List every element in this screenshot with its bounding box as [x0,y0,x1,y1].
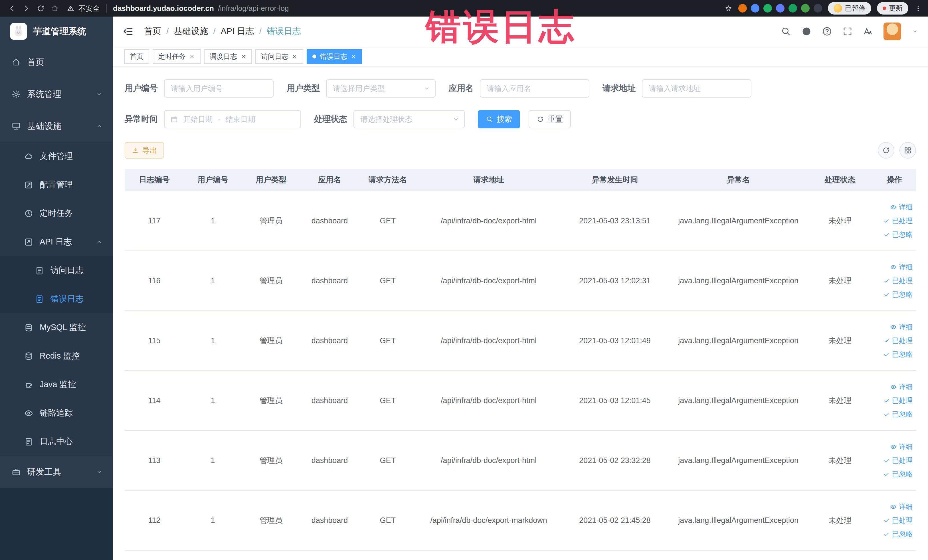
security-warning-icon[interactable] [67,5,75,12]
home-icon [11,58,21,67]
date-range-separator: - [218,115,221,124]
cell-user_id: 1 [184,371,242,430]
cell-actions: 详细已处理已忽略 [872,431,916,490]
sidebar-item-api-log[interactable]: API 日志 [0,227,113,256]
tab-首页[interactable]: 首页 [124,49,149,64]
avatar[interactable] [884,23,901,40]
extension-paw-icon[interactable] [814,4,822,12]
cell-method: GET [359,191,417,250]
monitor-icon [11,122,21,131]
timer-icon [24,209,34,218]
action-detail-link[interactable]: 详细 [890,322,913,331]
action-processed-link[interactable]: 已处理 [883,516,913,525]
search-button[interactable]: 搜索 [478,110,520,128]
close-tab-icon[interactable] [292,53,298,60]
process-status-select[interactable]: 请选择处理状态 [353,110,465,128]
sidebar-item-config[interactable]: 配置管理 [0,171,113,199]
bookmark-icon[interactable] [724,4,733,12]
breadcrumb-item[interactable]: API 日志 [221,25,254,37]
action-processed-link[interactable]: 已处理 [883,456,913,465]
sidebar-item-log-center[interactable]: 日志中心 [0,427,113,456]
action-ignored-link[interactable]: 已忽略 [883,230,913,239]
extension-grid-icon[interactable] [776,4,785,12]
filter-label: 用户编号 [125,83,158,94]
user-type-select[interactable]: 请选择用户类型 [326,79,436,98]
action-ignored-link[interactable]: 已忽略 [883,529,913,539]
chevron-down-icon[interactable] [911,28,918,35]
extension-green-icon[interactable] [763,4,772,12]
sidebar-item-mysql[interactable]: MySQL 监控 [0,313,113,342]
column-settings-button[interactable] [899,142,916,159]
tab-label: 定时任务 [158,52,186,61]
cell-url: /api/infra/db-doc/export-html [417,371,561,430]
action-ignored-link[interactable]: 已忽略 [883,350,913,359]
action-detail-link[interactable]: 详细 [890,262,913,272]
sidebar-item-trace[interactable]: 链路追踪 [0,399,113,427]
action-processed-link[interactable]: 已处理 [883,276,913,285]
sidebar-item-access-log[interactable]: 访问日志 [0,256,113,285]
date-range-picker[interactable]: 开始日期 - 结束日期 [164,110,301,128]
close-tab-icon[interactable] [241,53,246,60]
sidebar-item-java[interactable]: Java 监控 [0,370,113,399]
action-detail-link[interactable]: 详细 [890,502,913,511]
extension-blue-drop-icon[interactable] [751,4,759,12]
action-processed-link[interactable]: 已处理 [883,216,913,225]
sidebar-item-infra[interactable]: 基础设施 [0,110,113,142]
cell-log_id: 117 [125,191,184,250]
export-button[interactable]: 导出 [125,142,164,159]
cell-log_id: 115 [125,311,184,370]
browser-reload-icon[interactable] [34,2,47,15]
sidebar-item-system[interactable]: 系统管理 [0,78,113,110]
action-ignored-link[interactable]: 已忽略 [883,470,913,479]
action-processed-link[interactable]: 已处理 [883,336,913,345]
action-processed-link[interactable]: 已处理 [883,396,913,405]
font-size-icon[interactable] [863,26,873,37]
sidebar-item-redis[interactable]: Redis 监控 [0,342,113,370]
request-url-input[interactable] [642,79,751,98]
tab-定时任务[interactable]: 定时任务 [153,49,200,64]
sidebar-item-dev-tools[interactable]: 研发工具 [0,456,113,488]
breadcrumb-item[interactable]: 首页 [144,25,161,37]
browser-menu-icon[interactable] [914,4,922,12]
cell-status: 未处理 [807,431,872,490]
tab-错误日志[interactable]: 错误日志 [307,49,362,64]
action-ignored-link[interactable]: 已忽略 [883,410,913,419]
app-name-input[interactable] [480,79,589,98]
action-ignored-link[interactable]: 已忽略 [883,290,913,299]
download-icon [131,146,139,154]
tab-访问日志[interactable]: 访问日志 [255,49,303,64]
sidebar-item-home[interactable]: 首页 [0,46,113,78]
extension-orange-icon[interactable] [738,4,747,12]
action-detail-link[interactable]: 详细 [890,203,913,212]
cell-status: 未处理 [807,311,872,370]
help-icon[interactable] [822,26,832,37]
user-id-input[interactable] [164,79,273,98]
page-body: 用户编号 用户类型 请选择用户类型 应用名 [113,67,928,560]
refresh-table-button[interactable] [878,142,894,159]
close-tab-icon[interactable] [189,53,195,60]
tab-调度日志[interactable]: 调度日志 [204,49,252,64]
search-icon[interactable] [781,26,791,37]
extension-leaf-icon[interactable] [801,4,810,12]
sidebar-item-error-log[interactable]: 错误日志 [0,285,113,313]
browser-forward-icon[interactable] [20,2,32,15]
fullscreen-icon[interactable] [843,26,853,37]
github-icon[interactable] [801,26,812,37]
extension-on-badge-icon[interactable] [789,4,797,12]
update-button[interactable]: 更新 [877,2,908,15]
sidebar-toggle-icon[interactable] [122,26,134,37]
browser-back-icon[interactable] [6,2,18,15]
browser-home-icon[interactable] [49,2,61,15]
address-bar[interactable]: 不安全 dashboard.yudao.iocoder.cn/infra/log… [67,4,723,13]
browser-toolbar: 已暂停 更新 [724,2,922,15]
paused-badge[interactable]: 已暂停 [828,2,871,15]
action-detail-link[interactable]: 详细 [890,382,913,391]
app-logo[interactable]: 芋道管理系统 [0,17,113,46]
reset-button[interactable]: 重置 [529,110,571,128]
sidebar-item-file[interactable]: 文件管理 [0,142,113,171]
close-tab-icon[interactable] [351,53,356,60]
action-detail-link[interactable]: 详细 [890,442,913,451]
sidebar-item-job[interactable]: 定时任务 [0,199,113,227]
cell-app_name: dashboard [301,491,359,550]
breadcrumb-item[interactable]: 基础设施 [174,25,208,37]
